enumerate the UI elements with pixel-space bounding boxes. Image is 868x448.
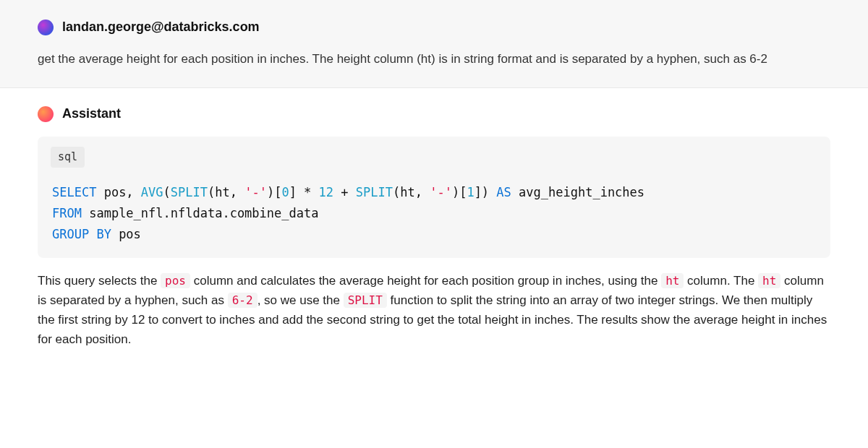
user-message: landan.george@databricks.com get the ave…	[0, 0, 868, 88]
code-language-badge: sql	[51, 147, 85, 168]
assistant-message: Assistant sql SELECT pos, AVG(SPLIT(ht, …	[0, 88, 868, 366]
user-header: landan.george@databricks.com	[38, 17, 830, 37]
user-avatar	[38, 20, 54, 35]
assistant-avatar	[38, 106, 54, 122]
inline-code-ht: ht	[661, 273, 684, 288]
code-block[interactable]: sql SELECT pos, AVG(SPLIT(ht, '-')[0] * …	[38, 137, 830, 257]
inline-code-pos: pos	[161, 273, 190, 288]
inline-code-example: 6-2	[228, 293, 258, 308]
user-text: get the average height for each position…	[38, 50, 830, 69]
assistant-header: Assistant	[38, 104, 830, 124]
code-content[interactable]: SELECT pos, AVG(SPLIT(ht, '-')[0] * 12 +…	[38, 172, 830, 245]
inline-code-ht2: ht	[758, 273, 780, 288]
code-lang-wrap: sql	[38, 137, 830, 172]
user-name: landan.george@databricks.com	[62, 17, 260, 37]
assistant-explanation: This query selects the pos column and ca…	[38, 271, 830, 350]
inline-code-split: SPLIT	[344, 293, 387, 308]
assistant-name: Assistant	[62, 104, 121, 124]
